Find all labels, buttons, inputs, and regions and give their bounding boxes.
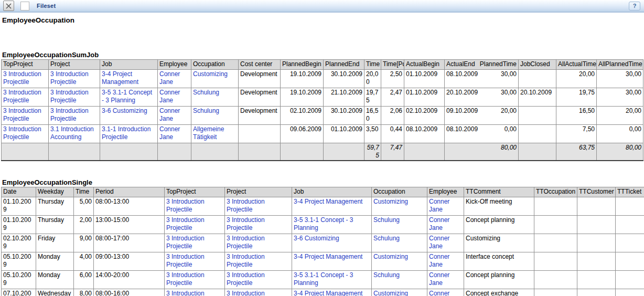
project-link[interactable]: 3 Introduction Projectile (50, 70, 89, 86)
cell-project: 3 Introduction Projectile (49, 107, 100, 125)
occupation-link[interactable]: Schulung (193, 89, 219, 96)
cell-actual-begin: 01.10.2009 (404, 88, 445, 107)
cell-project: 3 Introduction Projectile (49, 70, 100, 88)
top-project-link[interactable]: 3 Introduction Projectile (166, 235, 205, 250)
employee-link[interactable]: Conner Jane (159, 70, 180, 86)
col-time-pd: Time[Pd] (381, 60, 404, 70)
cell-tt-ticket (616, 252, 644, 271)
cell-job: 3-4 Project Management (292, 252, 372, 271)
cell-all-actual-time: 19,75 (556, 88, 597, 107)
cell-tt-comment: Interface concept (464, 252, 534, 271)
cell-actual-end: 09.10.2009 (446, 107, 478, 115)
project-link[interactable]: 3 Introduction Projectile (227, 235, 265, 250)
project-link[interactable]: 3 Introduction Projectile (227, 271, 265, 287)
col-tt-occupation: TTOccupation (534, 187, 577, 197)
job-link[interactable]: 3-4 Project Management (294, 253, 362, 260)
job-link[interactable]: 3-4 Project Management (102, 70, 138, 86)
single-row: 05.10.2009 Monday 6,00 14:00-20:00 3 Int… (2, 271, 644, 289)
cell-all-actual-time: 16,50 (556, 107, 597, 125)
project-link[interactable]: 3 Introduction Projectile (50, 89, 89, 104)
occupation-link[interactable]: Customizing (373, 253, 408, 260)
top-project-link[interactable]: 3 Introduction Projectile (3, 70, 41, 86)
cell-time-pd: 0,44 (381, 125, 404, 143)
fileset-checkbox[interactable] (20, 2, 29, 10)
cell-job: 3.1-1 Introduction Projectile (100, 125, 158, 143)
top-project-link[interactable]: 3 Introduction Projectile (166, 216, 205, 231)
occupation-link[interactable]: Customizing (373, 198, 408, 205)
cell-tt-occupation (534, 216, 577, 234)
occupation-link[interactable]: Customizing (193, 70, 228, 78)
cell-all-actual-time: 7,50 (556, 125, 597, 143)
cell-tt-ticket (616, 271, 644, 289)
cell-actual-begin: 02.10.2009 (404, 107, 445, 125)
cell-time: 9,00 (74, 234, 94, 252)
project-link[interactable]: 3 Introduction Projectile (227, 198, 265, 213)
job-link[interactable]: 3.1-1 Introduction Projectile (102, 125, 151, 141)
top-project-link[interactable]: 3 Introduction Projectile (166, 198, 205, 213)
project-link[interactable]: 3 Introduction Projectile (227, 216, 265, 231)
employee-link[interactable]: Conner Jane (159, 89, 180, 104)
col-employee: Employee (427, 187, 464, 197)
job-link[interactable]: 3-6 Customizing (102, 107, 147, 114)
occupation-link[interactable]: Allgemeine Tätigkeit (193, 125, 224, 141)
employee-link[interactable]: Conner Jane (159, 125, 180, 141)
cell-period: 09:00-13:00 (94, 252, 165, 271)
help-button[interactable]: ? (629, 2, 640, 10)
project-link[interactable]: 3 Introduction Projectile (227, 253, 265, 268)
employee-link[interactable]: Conner Jane (429, 235, 449, 250)
col-job: Job (100, 60, 158, 70)
top-project-link[interactable]: 3 Introduction Projectile (3, 89, 41, 104)
job-link[interactable]: 3-5 3.1-1 Concept - 3 Planning (294, 216, 353, 231)
col-tt-ticket: TTTicket (616, 187, 644, 197)
cell-occupation: Schulung (372, 216, 427, 234)
cell-job: 3-6 Customizing (100, 107, 158, 125)
cell-time: 6,00 (74, 271, 94, 289)
cell-time: 16,50 (364, 107, 381, 125)
occupation-link[interactable]: Schulung (373, 271, 400, 279)
top-project-link[interactable]: 3 Introduction Projectile (166, 253, 205, 268)
occupation-link[interactable]: Schulung (373, 235, 400, 242)
cell-job-closed (519, 125, 556, 143)
top-project-link[interactable]: 3 Introduction Projectile (166, 271, 205, 287)
cell-planned-end: 30.10.2009 (324, 107, 364, 125)
project-link[interactable]: 3.1 Introduction Accounting (50, 125, 94, 141)
close-button[interactable] (3, 1, 14, 11)
employee-link[interactable]: Conner Jane (429, 290, 449, 296)
job-link[interactable]: 3-5 3.1-1 Concept - 3 Planning (294, 271, 353, 287)
employee-link[interactable]: Conner Jane (429, 198, 449, 213)
employee-link[interactable]: Conner Jane (429, 271, 449, 287)
cell-tt-ticket (616, 216, 644, 234)
cell-top-project: 3 Introduction Projectile (165, 271, 225, 289)
project-link[interactable]: 3 Introduction Projectile (227, 290, 265, 296)
cell-job: 3-5 3.1-1 Concept - 3 Planning (100, 88, 158, 107)
col-date: Date (2, 187, 36, 197)
cell-time-pd: 2,06 (381, 107, 404, 125)
cell-project: 3 Introduction Projectile (225, 234, 292, 252)
cell-tt-customer (577, 271, 616, 289)
cell-employee: Conner Jane (427, 271, 464, 289)
job-link[interactable]: 3-5 3.1-1 Concept - 3 Planning (102, 89, 152, 104)
top-project-link[interactable]: 3 Introduction Projectile (3, 107, 41, 122)
top-project-link[interactable]: 3 Introduction Projectile (3, 125, 41, 141)
col-actual-begin: ActualBegin (404, 60, 445, 70)
employee-link[interactable]: Conner Jane (159, 107, 180, 122)
cell-time: 5,00 (74, 197, 94, 216)
job-link[interactable]: 3-4 Project Management (294, 198, 362, 205)
cell-job: 3-6 Customizing (292, 234, 372, 252)
job-link[interactable]: 3-4 Project Management (294, 290, 362, 296)
col-time: Time (364, 60, 381, 70)
sum-row: 3 Introduction Projectile 3.1 Introducti… (2, 125, 643, 143)
cell-occupation: Customizing (372, 252, 427, 271)
top-project-link[interactable]: 3 Introduction Projectile (166, 290, 205, 296)
cell-time-pd: 2,47 (381, 88, 404, 107)
employee-link[interactable]: Conner Jane (429, 253, 449, 268)
occupation-link[interactable]: Schulung (373, 216, 400, 224)
cell-actual-begin: 01.10.2009 (404, 70, 445, 88)
employee-link[interactable]: Conner Jane (429, 216, 449, 231)
job-link[interactable]: 3-6 Customizing (294, 235, 339, 242)
occupation-link[interactable]: Customizing (373, 290, 408, 296)
cell-tt-customer (577, 197, 616, 216)
occupation-link[interactable]: Schulung (193, 107, 219, 114)
cell-date: 05.10.2009 (2, 271, 36, 289)
project-link[interactable]: 3 Introduction Projectile (50, 107, 89, 122)
